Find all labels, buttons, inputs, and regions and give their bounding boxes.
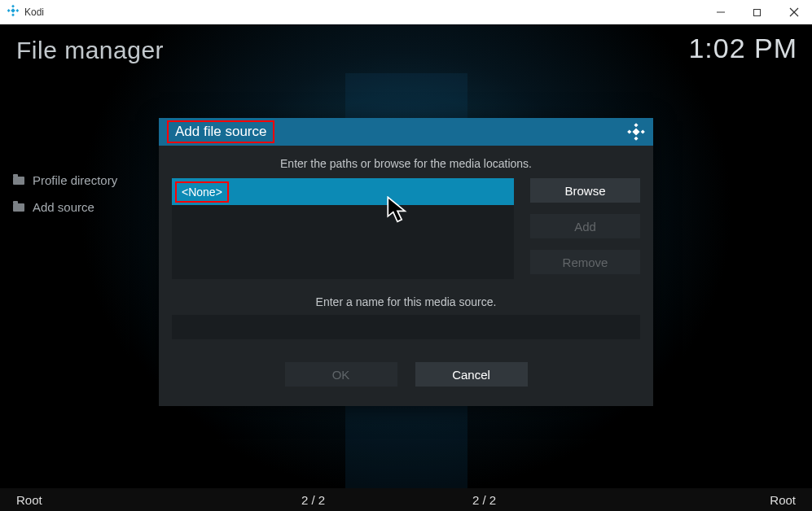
path-entry[interactable]: <None> <box>172 178 514 205</box>
status-right-count: 2 / 2 <box>472 493 496 507</box>
status-bar: Root 2 / 2 2 / 2 Root <box>0 488 812 511</box>
annotation-highlight: <None> <box>175 181 229 203</box>
svg-rect-12 <box>634 137 638 141</box>
page-title: File manager <box>16 37 164 64</box>
folder-icon <box>13 203 24 212</box>
folder-icon <box>13 177 24 185</box>
dialog-header: Add file source <box>159 118 653 146</box>
button-label: Cancel <box>452 368 490 382</box>
media-name-input[interactable] <box>172 315 640 339</box>
window-title: Kodi <box>24 7 44 18</box>
window-controls <box>702 0 812 24</box>
ok-button[interactable]: OK <box>285 362 397 387</box>
list-item-label: Add source <box>33 200 94 214</box>
annotation-highlight: Add file source <box>167 120 274 143</box>
minimize-button[interactable] <box>702 0 739 24</box>
close-button[interactable] <box>775 0 812 24</box>
path-value: <None> <box>182 186 222 199</box>
paths-list: <None> <box>172 178 514 279</box>
button-label: Add <box>574 220 596 234</box>
add-button[interactable]: Add <box>530 214 640 238</box>
dialog-instruction-paths: Enter the paths or browse for the media … <box>159 146 653 178</box>
status-right-path: Root <box>770 493 796 507</box>
kodi-logo-icon <box>627 123 645 144</box>
button-label: Browse <box>564 184 605 198</box>
kodi-icon <box>7 4 20 20</box>
svg-rect-1 <box>7 9 11 12</box>
dialog-instruction-name: Enter a name for this media source. <box>159 279 653 315</box>
button-label: OK <box>332 368 350 382</box>
svg-rect-11 <box>641 129 645 133</box>
svg-rect-13 <box>632 128 639 135</box>
svg-rect-0 <box>11 4 15 7</box>
clock: 1:02 PM <box>688 33 797 64</box>
dialog-title: Add file source <box>175 124 266 139</box>
remove-button[interactable]: Remove <box>530 250 640 274</box>
button-label: Remove <box>563 256 608 269</box>
svg-rect-3 <box>11 13 15 16</box>
svg-rect-10 <box>627 129 631 133</box>
add-file-source-dialog: Add file source Enter the paths or brows… <box>159 118 653 406</box>
svg-rect-9 <box>634 123 638 127</box>
svg-rect-4 <box>11 8 15 13</box>
maximize-button[interactable] <box>739 0 775 24</box>
status-left-path: Root <box>16 493 42 507</box>
svg-rect-2 <box>15 9 19 12</box>
cancel-button[interactable]: Cancel <box>415 362 528 387</box>
svg-rect-6 <box>754 9 761 15</box>
browse-button[interactable]: Browse <box>530 178 640 203</box>
list-item-label: Profile directory <box>33 173 117 187</box>
window-titlebar: Kodi <box>0 0 812 24</box>
app-body: File manager 1:02 PM Profile directory A… <box>0 24 812 511</box>
status-left-count: 2 / 2 <box>301 493 325 507</box>
